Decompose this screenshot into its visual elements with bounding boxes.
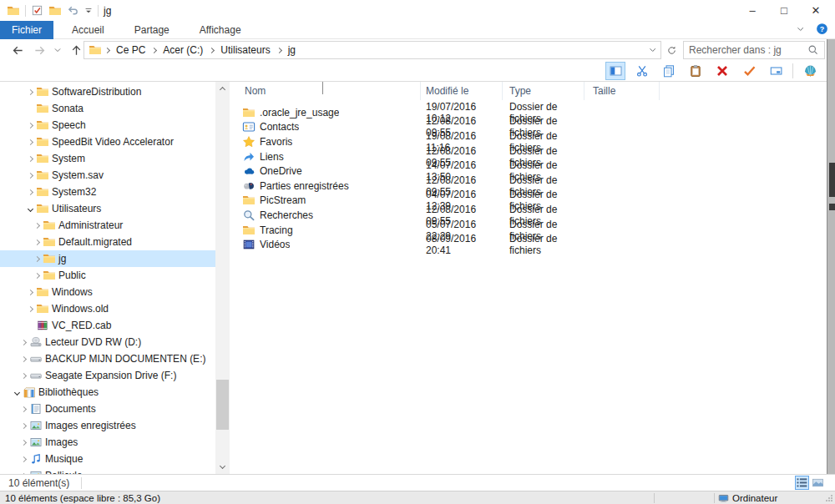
tree-item-default-migrated[interactable]: Default.migrated <box>0 234 215 250</box>
chevron-collapsed-icon[interactable] <box>18 407 29 411</box>
chevron-collapsed-icon[interactable] <box>18 457 29 461</box>
new-folder-icon[interactable] <box>48 4 62 18</box>
details-view-button[interactable] <box>795 476 809 490</box>
classic-shell-button[interactable] <box>800 62 820 80</box>
chevron-collapsed-icon[interactable] <box>18 424 29 428</box>
delete-button[interactable] <box>712 62 732 80</box>
chevron-collapsed-icon[interactable] <box>18 340 29 345</box>
scrollbar-thumb[interactable] <box>216 380 229 430</box>
email-button[interactable] <box>766 62 786 80</box>
qat-dropdown-icon[interactable] <box>84 6 93 16</box>
chevron-expanded-icon[interactable] <box>24 207 36 211</box>
minimize-button[interactable]: – <box>736 0 768 21</box>
explorer-icon[interactable] <box>7 4 20 18</box>
tree-item-jg[interactable]: jg <box>0 250 215 267</box>
chevron-collapsed-icon[interactable] <box>24 174 36 178</box>
tree-item-lecteur-dvd-rw-d-[interactable]: Lecteur DVD RW (D:) <box>0 334 215 350</box>
window-controls: – □ ✕ <box>736 0 832 21</box>
breadcrumb-segment[interactable]: jg <box>285 44 299 56</box>
refresh-button[interactable] <box>663 41 680 59</box>
tree-item-biblioth-ques[interactable]: Bibliothèques <box>0 384 215 401</box>
tree-item-musique[interactable]: Musique <box>0 451 215 467</box>
chevron-collapsed-icon[interactable] <box>24 190 36 194</box>
chevron-expanded-icon[interactable] <box>11 391 23 395</box>
chevron-collapsed-icon[interactable] <box>24 290 36 295</box>
column-header-modifi-le[interactable]: Modifié le <box>421 82 503 100</box>
column-header-taille[interactable]: Taille <box>584 82 660 100</box>
chevron-collapsed-icon[interactable] <box>31 224 43 228</box>
folder-icon <box>36 118 49 132</box>
search-folder-icon <box>242 209 256 222</box>
help-icon[interactable]: ? <box>816 23 828 35</box>
folder-icon <box>43 235 56 249</box>
tree-item-system-sav[interactable]: System.sav <box>0 167 215 184</box>
column-header-type[interactable]: Type <box>503 82 584 100</box>
tree-item-backup-mijn-documenten-e-[interactable]: BACKUP MIJN DOCUMENTEN (E:) <box>0 350 215 367</box>
tree-item-windows-old[interactable]: Windows.old <box>0 300 215 317</box>
scroll-up-arrow[interactable] <box>215 82 230 96</box>
tab-partage[interactable]: Partage <box>123 21 181 39</box>
search-icon <box>807 44 819 56</box>
cut-button[interactable] <box>632 62 652 80</box>
breadcrumb-segment[interactable]: Ce PC <box>113 44 149 56</box>
scroll-down-arrow[interactable] <box>215 460 230 474</box>
tree-item-system[interactable]: System <box>0 150 215 167</box>
file-row[interactable]: Vidéos08/09/2016 20:41Dossier de fichier… <box>234 237 827 252</box>
tree-item-public[interactable]: Public <box>0 267 215 284</box>
chevron-collapsed-icon[interactable] <box>18 374 29 378</box>
chevron-down-icon[interactable] <box>796 24 806 34</box>
thumbnails-view-button[interactable] <box>811 476 825 490</box>
tree-item-pellicule[interactable]: Pellicule <box>0 467 215 474</box>
tab-accueil[interactable]: Accueil <box>60 21 116 39</box>
tree-item-images[interactable]: Images <box>0 434 215 451</box>
properties-icon[interactable] <box>31 4 43 17</box>
paste-button[interactable] <box>686 62 706 80</box>
forward-button[interactable] <box>30 41 48 59</box>
up-button[interactable] <box>67 41 85 59</box>
breadcrumb-segment[interactable]: Acer (C:) <box>159 44 206 56</box>
tree-item-speech[interactable]: Speech <box>0 117 215 134</box>
tree-item-speedbit-video-accelerator[interactable]: SpeedBit Video Accelerator <box>0 134 215 150</box>
chevron-collapsed-icon[interactable] <box>24 157 36 161</box>
resize-grip-icon[interactable] <box>824 493 834 503</box>
back-button[interactable] <box>8 41 27 59</box>
chevron-collapsed-icon[interactable] <box>31 240 43 244</box>
tree-item-utilisateurs[interactable]: Utilisateurs <box>0 200 215 217</box>
address-dropdown-button[interactable] <box>645 42 660 58</box>
tree-item-seagate-expansion-drive-f-[interactable]: Seagate Expansion Drive (F:) <box>0 367 215 384</box>
recent-dropdown-button[interactable] <box>52 41 63 59</box>
tab-fichier[interactable]: Fichier <box>0 21 53 39</box>
chevron-collapsed-icon[interactable] <box>31 274 43 278</box>
chevron-collapsed-icon[interactable] <box>18 441 29 445</box>
tree-item-images-enregistr-es[interactable]: Images enregistrées <box>0 417 215 434</box>
tree-item-system32[interactable]: System32 <box>0 184 215 200</box>
check-button[interactable] <box>739 62 759 80</box>
nav-pane-toggle-button[interactable] <box>605 62 625 80</box>
chevron-collapsed-icon[interactable] <box>18 357 29 361</box>
chevron-collapsed-icon[interactable] <box>24 307 36 311</box>
tree-item-sonata[interactable]: Sonata <box>0 100 215 117</box>
address-bar[interactable]: Ce PCAcer (C:)Utilisateursjg <box>84 41 661 59</box>
tree-item-label: Bibliothèques <box>38 386 99 398</box>
tree-scrollbar[interactable] <box>215 82 230 474</box>
tree-item-vc-red-cab[interactable]: VC_RED.cab <box>0 317 215 334</box>
tab-affichage[interactable]: Affichage <box>188 21 253 39</box>
details-view-icon <box>796 476 808 489</box>
tree-item-documents[interactable]: Documents <box>0 401 215 417</box>
chevron-collapsed-icon[interactable] <box>24 123 36 128</box>
chevron-collapsed-icon[interactable] <box>31 257 43 261</box>
chevron-collapsed-icon[interactable] <box>24 90 36 94</box>
undo-icon[interactable] <box>67 4 79 17</box>
tree-item-softwaredistribution[interactable]: SoftwareDistribution <box>0 83 215 100</box>
ribbon-tabstrip: FichierAccueilPartageAffichage ? <box>0 21 835 39</box>
close-button[interactable]: ✕ <box>800 0 832 21</box>
chevron-collapsed-icon[interactable] <box>24 140 36 144</box>
breadcrumb-segment[interactable]: Utilisateurs <box>217 44 273 56</box>
copy-button[interactable] <box>659 62 679 80</box>
folder-icon <box>36 102 49 115</box>
tree-item-administrateur[interactable]: Administrateur <box>0 217 215 234</box>
search-input[interactable]: Rechercher dans : jg <box>683 41 825 59</box>
maximize-button[interactable]: □ <box>768 0 800 21</box>
breadcrumb-separator-icon <box>276 47 282 53</box>
tree-item-windows[interactable]: Windows <box>0 284 215 300</box>
